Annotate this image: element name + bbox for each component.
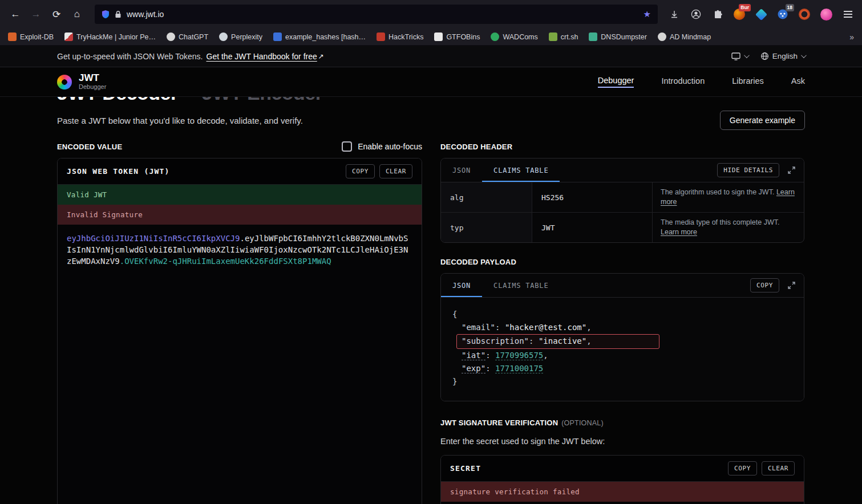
learn-more-link[interactable]: Learn more bbox=[661, 228, 697, 236]
bookmark-item[interactable]: DNSDumpster bbox=[589, 32, 647, 41]
promo-banner: Get up-to-speed with JSON Web Tokens. Ge… bbox=[0, 46, 862, 67]
decoded-header-card: JSON CLAIMS TABLE HIDE DETAILS alg HS256… bbox=[440, 158, 804, 243]
main-content: JWT DecoderJWT Encoder Paste a JWT below… bbox=[0, 97, 862, 504]
decoded-payload-card: JSON CLAIMS TABLE COPY { "email": "hacke… bbox=[440, 273, 804, 401]
decoded-payload-json[interactable]: { "email": "hacker@test.com", "subscript… bbox=[441, 298, 804, 401]
proxy-extension-button[interactable] bbox=[796, 6, 813, 23]
bookmark-item[interactable]: ChatGPT bbox=[167, 32, 208, 41]
clear-secret-button[interactable]: CLEAR bbox=[762, 461, 795, 475]
extensions-button[interactable] bbox=[709, 6, 726, 23]
url-bar[interactable]: www.jwt.io ★ bbox=[95, 5, 658, 24]
claim-value: HS256 bbox=[532, 182, 653, 212]
bookmark-star-icon[interactable]: ★ bbox=[644, 9, 651, 19]
bookmark-label: GTFOBins bbox=[446, 33, 480, 41]
profile-avatar-button[interactable] bbox=[818, 6, 835, 23]
bookmark-item[interactable]: WADComs bbox=[491, 32, 537, 41]
external-link-icon: ↗ bbox=[318, 52, 324, 60]
valid-jwt-banner: Valid JWT bbox=[58, 185, 422, 205]
brand: JWT Debugger bbox=[79, 73, 106, 91]
copy-token-button[interactable]: COPY bbox=[346, 164, 375, 178]
secret-card-title: SECRET bbox=[450, 464, 481, 473]
url-text: www.jwt.io bbox=[127, 10, 164, 19]
burp-extension-button[interactable]: Bur bbox=[731, 6, 748, 23]
claim-name: alg bbox=[441, 182, 532, 212]
claim-name: typ bbox=[441, 213, 532, 242]
nav-introduction[interactable]: Introduction bbox=[661, 76, 705, 87]
bookmark-item[interactable]: TryHackMe | Junior Pe… bbox=[64, 32, 156, 41]
autofocus-label: Enable auto-focus bbox=[358, 142, 422, 151]
bookmark-item[interactable]: AD Mindmap bbox=[658, 32, 711, 41]
bookmark-item[interactable]: Exploit-DB bbox=[8, 32, 54, 41]
generate-example-button[interactable]: Generate example bbox=[720, 111, 805, 130]
payload-tab-claims-table[interactable]: CLAIMS TABLE bbox=[482, 274, 560, 297]
secret-input[interactable]: a-string-secret-at-least-256-bits-long bbox=[441, 502, 804, 504]
account-icon bbox=[691, 9, 701, 19]
downloads-button[interactable] bbox=[666, 6, 683, 23]
home-button[interactable]: ⌂ bbox=[67, 5, 87, 23]
bookmark-label: WADComs bbox=[503, 33, 537, 41]
jwt-logo-icon[interactable] bbox=[57, 75, 72, 90]
home-icon: ⌂ bbox=[74, 9, 80, 20]
bookmark-label: HackTricks bbox=[388, 33, 423, 41]
nav-libraries[interactable]: Libraries bbox=[732, 76, 764, 87]
secret-card: SECRET COPY CLEAR signature verification… bbox=[440, 455, 804, 504]
nav-debugger[interactable]: Debugger bbox=[598, 76, 634, 88]
bookmark-label: Perplexity bbox=[231, 33, 262, 41]
nav-ask[interactable]: Ask bbox=[791, 76, 805, 87]
jwt-input[interactable]: eyJhbGciOiJIUzI1NiIsInR5cCI6IkpXVCJ9.eyJ… bbox=[58, 225, 422, 504]
language-selector[interactable]: English bbox=[760, 52, 805, 60]
brand-subtitle: Debugger bbox=[79, 83, 106, 91]
page-title: JWT Decoder bbox=[57, 97, 178, 104]
hide-details-button[interactable]: HIDE DETAILS bbox=[717, 163, 779, 177]
lock-icon[interactable] bbox=[115, 10, 122, 18]
wappalyzer-extension-button[interactable]: 18 bbox=[774, 6, 791, 23]
wadcoms-favicon bbox=[491, 32, 499, 41]
bookmark-label: example_hashes [hash… bbox=[285, 33, 366, 41]
bookmarks-overflow-button[interactable]: » bbox=[849, 32, 854, 42]
header-tab-json[interactable]: JSON bbox=[441, 158, 482, 182]
bookmark-item[interactable]: HackTricks bbox=[377, 32, 423, 41]
bookmark-item[interactable]: Perplexity bbox=[219, 32, 262, 41]
bookmark-item[interactable]: example_hashes [hash… bbox=[273, 32, 366, 41]
brand-title: JWT bbox=[79, 73, 106, 83]
reload-button[interactable]: ⟳ bbox=[47, 5, 66, 23]
bookmark-label: ChatGPT bbox=[179, 33, 208, 41]
expand-icon[interactable] bbox=[787, 166, 796, 174]
globe-icon bbox=[760, 52, 769, 60]
expand-icon[interactable] bbox=[787, 281, 796, 290]
payload-tab-json[interactable]: JSON bbox=[441, 274, 482, 297]
json-line-subscription: "subscription": "inactive", bbox=[452, 334, 792, 349]
bookmark-item[interactable]: crt.sh bbox=[549, 32, 578, 41]
account-button[interactable] bbox=[687, 6, 705, 23]
tracking-protection-shield-icon[interactable] bbox=[102, 10, 110, 19]
autofocus-checkbox[interactable] bbox=[342, 141, 352, 152]
hashes-favicon bbox=[273, 32, 282, 41]
copy-secret-button[interactable]: COPY bbox=[728, 461, 757, 475]
theme-selector[interactable] bbox=[731, 52, 748, 60]
claim-description: The media type of this complete JWT. bbox=[661, 218, 779, 226]
json-line-email: "email": "hacker@test.com", bbox=[452, 321, 792, 334]
hacktricks-favicon bbox=[377, 32, 385, 41]
encoded-token-card: JSON WEB TOKEN (JWT) COPY CLEAR Valid JW… bbox=[57, 158, 422, 504]
display-icon bbox=[731, 52, 740, 60]
json-brace: } bbox=[452, 375, 792, 388]
json-line-iat: "iat": 1770996575, bbox=[452, 349, 792, 362]
diamond-icon bbox=[755, 8, 767, 20]
page-title-clipped: JWT DecoderJWT Encoder bbox=[57, 97, 805, 105]
forward-button[interactable]: → bbox=[26, 5, 46, 23]
bookmark-item[interactable]: GTFOBins bbox=[434, 32, 480, 41]
back-button[interactable]: ← bbox=[6, 5, 25, 23]
copy-payload-button[interactable]: COPY bbox=[750, 278, 779, 292]
main-nav: Debugger Introduction Libraries Ask bbox=[598, 76, 805, 88]
hamburger-icon bbox=[844, 11, 852, 17]
download-icon bbox=[670, 10, 679, 19]
chatgpt-favicon bbox=[167, 32, 175, 41]
diamond-extension-button[interactable] bbox=[752, 6, 770, 23]
bookmark-label: crt.sh bbox=[561, 33, 578, 41]
handbook-link[interactable]: Get the JWT Handbook for free bbox=[207, 52, 317, 61]
clear-token-button[interactable]: CLEAR bbox=[379, 164, 412, 178]
forward-icon: → bbox=[31, 9, 41, 20]
header-tab-claims-table[interactable]: CLAIMS TABLE bbox=[482, 158, 560, 182]
token-signature-segment: OVEKfvRw2-qJHRuiImLaxemUeKk26FddFSXt8P1M… bbox=[124, 257, 331, 266]
menu-button[interactable] bbox=[839, 6, 856, 23]
